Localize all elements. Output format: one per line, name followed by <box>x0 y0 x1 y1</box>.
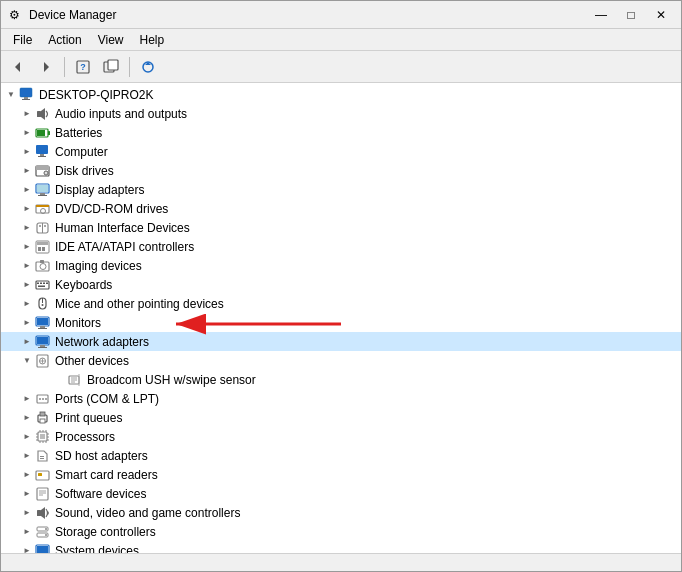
menu-file[interactable]: File <box>5 31 40 49</box>
menu-bar: File Action View Help <box>1 29 682 51</box>
tree-item-dvd[interactable]: ► DVD/CD-ROM drives <box>1 199 682 218</box>
tree-item-broadcom[interactable]: ► Broadcom USH w/swipe sensor <box>1 370 682 389</box>
tree-item-imaging[interactable]: ► Imaging devices <box>1 256 682 275</box>
tree-item-keyboards[interactable]: ► Keyboards <box>1 275 682 294</box>
menu-help[interactable]: Help <box>132 31 173 49</box>
maximize-button[interactable]: □ <box>617 5 645 25</box>
batteries-expander[interactable]: ► <box>19 125 35 141</box>
dvd-icon-svg <box>35 201 51 217</box>
audio-expander[interactable]: ► <box>19 106 35 122</box>
computer-expander[interactable]: ► <box>19 144 35 160</box>
ide-expander[interactable]: ► <box>19 239 35 255</box>
tree-item-sound[interactable]: ► Sound, video and game controllers <box>1 503 682 522</box>
mouse-icon-svg <box>35 296 51 312</box>
tree-item-display[interactable]: ► Display adapters <box>1 180 682 199</box>
computer-icon <box>35 144 51 160</box>
tree-item-ide[interactable]: ► IDE ATA/ATAPI controllers <box>1 237 682 256</box>
keyboards-expander[interactable]: ► <box>19 277 35 293</box>
svg-rect-91 <box>36 471 49 480</box>
tree-root[interactable]: ▼ DESKTOP-QIPRO2K <box>1 85 682 104</box>
toolbar-refresh-button[interactable] <box>135 55 161 79</box>
network-icon <box>35 334 51 350</box>
hid-expander[interactable]: ► <box>19 220 35 236</box>
software-expander[interactable]: ► <box>19 486 35 502</box>
device-tree-container[interactable]: ▼ DESKTOP-QIPRO2K ► Audio <box>1 83 682 553</box>
batteries-label: Batteries <box>55 126 682 140</box>
imaging-expander[interactable]: ► <box>19 258 35 274</box>
toolbar: ? <box>1 51 682 83</box>
ports-expander[interactable]: ► <box>19 391 35 407</box>
svg-rect-97 <box>37 510 41 516</box>
print-expander[interactable]: ► <box>19 410 35 426</box>
tree-item-hid[interactable]: ► Human Interface Devices <box>1 218 682 237</box>
tree-item-network[interactable]: ► Network adapters <box>1 332 682 351</box>
mice-icon <box>35 296 51 312</box>
cpu-icon-svg <box>35 429 51 445</box>
menu-view[interactable]: View <box>90 31 132 49</box>
svg-rect-37 <box>38 247 41 251</box>
toolbar-properties-button[interactable]: ? <box>70 55 96 79</box>
smartcard-expander[interactable]: ► <box>19 467 35 483</box>
dvd-expander[interactable]: ► <box>19 201 35 217</box>
system-expander[interactable]: ► <box>19 543 35 554</box>
sd-expander[interactable]: ► <box>19 448 35 464</box>
tree-item-computer[interactable]: ► Computer <box>1 142 682 161</box>
network-expander[interactable]: ► <box>19 334 35 350</box>
tree-item-print[interactable]: ► Print queues <box>1 408 682 427</box>
computer-label: Computer <box>55 145 682 159</box>
battery-icon <box>35 125 51 141</box>
monitors-expander[interactable]: ► <box>19 315 35 331</box>
svg-rect-17 <box>36 145 48 154</box>
processors-expander[interactable]: ► <box>19 429 35 445</box>
svg-text:?: ? <box>80 62 86 72</box>
menu-action[interactable]: Action <box>40 31 89 49</box>
tree-item-monitors[interactable]: ► Monitors <box>1 313 682 332</box>
svg-rect-93 <box>37 488 48 500</box>
svg-rect-11 <box>22 99 30 100</box>
display-expander[interactable]: ► <box>19 182 35 198</box>
print-label: Print queues <box>55 411 682 425</box>
svg-rect-10 <box>24 97 28 99</box>
tree-item-smartcard[interactable]: ► Smart card readers <box>1 465 682 484</box>
close-button[interactable]: ✕ <box>647 5 675 25</box>
svg-point-102 <box>45 534 47 536</box>
storage-expander[interactable]: ► <box>19 524 35 540</box>
disk-expander[interactable]: ► <box>19 163 35 179</box>
tree-item-other[interactable]: ▼ Other devices <box>1 351 682 370</box>
tree-item-software[interactable]: ► Software devices <box>1 484 682 503</box>
tree-item-system[interactable]: ► System devices <box>1 541 682 553</box>
disk-icon <box>35 163 51 179</box>
svg-rect-57 <box>40 345 45 347</box>
toolbar-update-button[interactable] <box>98 55 124 79</box>
svg-rect-54 <box>38 328 47 329</box>
svg-rect-41 <box>40 260 44 263</box>
svg-rect-19 <box>38 156 46 157</box>
svg-point-23 <box>46 172 47 173</box>
toolbar-back-button[interactable] <box>5 55 31 79</box>
keyboard-icon-svg <box>35 277 51 293</box>
tree-item-batteries[interactable]: ► Batteries <box>1 123 682 142</box>
toolbar-forward-button[interactable] <box>33 55 59 79</box>
tree-item-audio[interactable]: ► Audio inputs and outputs <box>1 104 682 123</box>
other-expander[interactable]: ▼ <box>19 353 35 369</box>
svg-point-69 <box>39 398 41 400</box>
window-controls: — □ ✕ <box>587 5 675 25</box>
minimize-button[interactable]: — <box>587 5 615 25</box>
svg-rect-16 <box>37 130 45 136</box>
tree-item-processors[interactable]: ► Proces <box>1 427 682 446</box>
sound-expander[interactable]: ► <box>19 505 35 521</box>
svg-marker-98 <box>41 507 45 519</box>
tree-item-disk[interactable]: ► Disk drives <box>1 161 682 180</box>
root-expander[interactable]: ▼ <box>3 87 19 103</box>
title-bar: ⚙ Device Manager — □ ✕ <box>1 1 682 29</box>
tree-item-storage[interactable]: ► Storage controllers <box>1 522 682 541</box>
tree-item-mice[interactable]: ► Mice and other pointing devices <box>1 294 682 313</box>
sound2-icon-svg <box>35 505 51 521</box>
sound-label: Sound, video and game controllers <box>55 506 682 520</box>
tree-item-ports[interactable]: ► Ports (COM & LPT) <box>1 389 682 408</box>
svg-rect-21 <box>36 166 49 170</box>
mice-expander[interactable]: ► <box>19 296 35 312</box>
svg-marker-0 <box>15 62 20 72</box>
tree-item-sd[interactable]: ► SD host adapters <box>1 446 682 465</box>
sound-icon <box>35 505 51 521</box>
